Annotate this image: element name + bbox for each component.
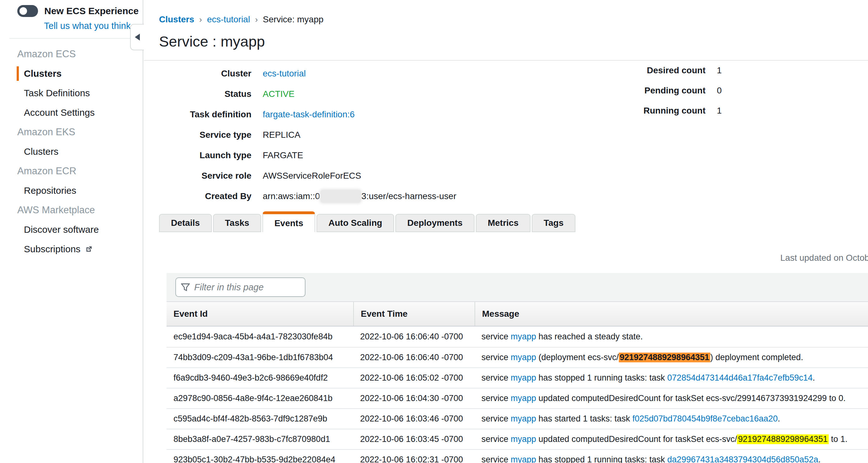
sidebar-section-header-amazon-ecs: Amazon ECS [0,45,143,64]
page-title: Service : myapp [159,33,868,50]
event-id-cell: 74bb3d09-c209-43a1-96be-1db1f6783b04 [166,353,353,363]
message-link[interactable]: myapp [511,353,536,362]
sidebar-item-clusters[interactable]: Clusters [0,64,143,83]
message-link[interactable]: myapp [511,394,536,403]
sidebar-item-label: Clusters [24,68,62,79]
events-table-body: ec9e1d94-9aca-45b4-a4a1-7823030fe84b2022… [166,326,868,463]
arn-prefix: arn:aws:iam::0 [263,191,320,201]
sidebar-item-label: Repositories [24,185,76,196]
event-message-cell: service myapp has started 1 tasks: task … [474,414,868,424]
count-label-pending-count: Pending count [617,81,706,100]
detail-label-launch-type: Launch type [144,145,251,166]
message-link[interactable]: da29967431a3483794304d56d850a52a [667,455,818,463]
event-time-cell: 2022-10-06 16:04:30 -0700 [353,394,474,403]
count-value-pending-count: 0 [717,81,837,100]
detail-value-service-type: REPLICA [263,124,868,145]
event-time-cell: 2022-10-06 16:02:31 -0700 [353,455,474,463]
tab-deployments[interactable]: Deployments [395,214,474,232]
sidebar-item-discover-software[interactable]: Discover software [0,220,143,239]
detail-link-task-definition[interactable]: fargate-task-definition:6 [263,110,355,119]
filter-strip [166,273,868,301]
message-link[interactable]: 072854d473144d46a17fa4c7efb59c14 [667,373,812,382]
message-link[interactable]: myapp [511,434,536,444]
tab-tags[interactable]: Tags [532,214,576,232]
sidebar-item-label: Account Settings [24,107,95,118]
column-header-event-id[interactable]: Event Id [166,302,353,326]
message-link[interactable]: myapp [511,455,536,463]
breadcrumb-separator: › [199,15,202,25]
tab-tasks[interactable]: Tasks [213,214,261,232]
event-id-cell: 8beb3a8f-a0e7-4257-983b-c7fc870980d1 [166,434,353,444]
message-link[interactable]: myapp [511,373,536,382]
sidebar-item-label: Task Definitions [24,88,90,98]
sidebar-item-clusters[interactable]: Clusters [0,142,143,161]
count-label-desired-count: Desired count [617,60,706,81]
detail-value-service-role: AWSServiceRoleForECS [263,166,868,186]
breadcrumb-separator: › [255,15,258,25]
message-link[interactable]: myapp [511,414,536,423]
event-row: 74bb3d09-c209-43a1-96be-1db1f6783b042022… [166,347,868,367]
tab-events[interactable]: Events [262,211,315,232]
event-time-cell: 2022-10-06 16:06:40 -0700 [353,332,474,342]
event-message-cell: service myapp has reached a steady state… [474,332,868,342]
tab-details[interactable]: Details [159,214,212,232]
event-id-cell: ec9e1d94-9aca-45b4-a4a1-7823030fe84b [166,332,353,342]
event-id-cell: c595ad4c-bf4f-482b-8563-7df9c1287e9b [166,414,353,424]
detail-label-created-by: Created By [144,186,251,206]
event-message-cell: service myapp has stopped 1 running task… [474,455,868,463]
detail-label-cluster: Cluster [144,63,251,84]
message-link[interactable]: f025d07bd780454b9f8e7cebac16aa20 [632,414,777,423]
breadcrumb-link-ecs-tutorial[interactable]: ecs-tutorial [207,15,250,25]
sidebar-item-account-settings[interactable]: Account Settings [0,103,143,122]
event-id-cell: a2978c90-0856-4a8e-9f4c-12eae260841b [166,394,353,403]
event-time-cell: 2022-10-06 16:03:46 -0700 [353,414,474,424]
detail-label-task-definition: Task definition [144,104,251,124]
tab-auto-scaling[interactable]: Auto Scaling [316,214,394,232]
event-row: f6a9cdb3-9460-49e3-b2c6-98669e40fdf22022… [166,367,868,388]
event-id-cell: f6a9cdb3-9460-49e3-b2c6-98669e40fdf2 [166,373,353,383]
event-time-cell: 2022-10-06 16:03:45 -0700 [353,434,474,444]
new-ecs-experience-label: New ECS Experience [44,6,138,17]
search-highlight: 9219274889298964351 [737,434,828,444]
detail-value-created-by: arn:aws:iam::03:user/ecs-harness-user [263,186,868,206]
toggle-knob-icon [18,6,29,17]
event-row: ec9e1d94-9aca-45b4-a4a1-7823030fe84b2022… [166,326,868,347]
event-time-cell: 2022-10-06 16:05:02 -0700 [353,373,474,383]
detail-value-launch-type: FARGATE [263,145,868,166]
message-link[interactable]: myapp [511,332,536,341]
event-message-cell: service myapp (deployment ecs-svc/921927… [474,353,868,363]
column-header-message[interactable]: Message [474,302,868,326]
detail-link-cluster[interactable]: ecs-tutorial [263,68,306,79]
events-table-header: Event IdEvent TimeMessage [166,301,868,326]
new-ecs-experience-toggle[interactable] [17,5,38,17]
service-counts: Desired count1Pending count0Running coun… [617,60,837,121]
breadcrumb-link-clusters[interactable]: Clusters [159,15,194,25]
breadcrumb: Clusters›ecs-tutorial›Service: myapp [144,0,868,25]
sidebar-collapse-button[interactable] [130,24,144,50]
sidebar-item-label: Subscriptions [24,244,81,255]
column-header-event-time[interactable]: Event Time [353,302,474,326]
external-link-icon [85,245,93,253]
chevron-left-icon [135,34,140,40]
tab-metrics[interactable]: Metrics [476,214,530,232]
event-time-cell: 2022-10-06 16:06:40 -0700 [353,353,474,363]
search-highlight-current: 9219274889298964351 [619,353,710,363]
detail-label-service-type: Service type [144,124,251,145]
count-value-desired-count: 1 [717,60,837,81]
sidebar-item-repositories[interactable]: Repositories [0,181,143,200]
feedback-link[interactable]: Tell us what you think [44,21,143,31]
main-content: Clusters›ecs-tutorial›Service: myapp Ser… [144,0,868,463]
filter-input[interactable] [175,278,306,297]
event-row: c595ad4c-bf4f-482b-8563-7df9c1287e9b2022… [166,408,868,429]
event-row: a2978c90-0856-4a8e-9f4c-12eae260841b2022… [166,388,868,408]
events-panel: Event IdEvent TimeMessage ec9e1d94-9aca-… [166,273,868,463]
funnel-filter-icon [181,283,190,293]
sidebar-item-subscriptions[interactable]: Subscriptions [0,239,143,259]
service-tabs: DetailsTasksEventsAuto ScalingDeployment… [159,211,576,232]
event-message-cell: service myapp has stopped 1 running task… [474,373,868,383]
new-ecs-experience-row: New ECS Experience [0,0,143,17]
sidebar-item-label: Clusters [24,146,58,157]
sidebar-item-task-definitions[interactable]: Task Definitions [0,83,143,103]
count-value-running-count: 1 [717,100,837,121]
breadcrumb-current: Service: myapp [263,15,323,25]
